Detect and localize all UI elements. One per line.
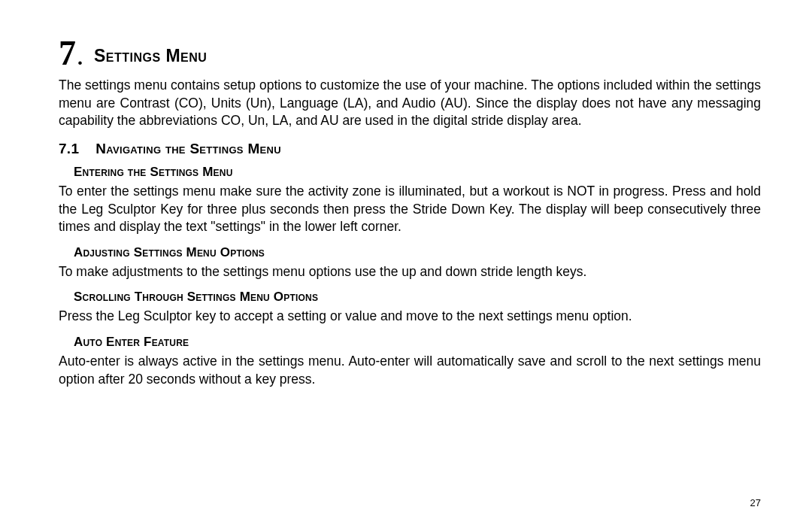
intro-paragraph: The settings menu contains setup options…	[59, 77, 761, 130]
section-heading: 7.1Navigating the Settings Menu	[59, 141, 761, 157]
document-page: 7. Settings Menu The settings menu conta…	[0, 0, 812, 525]
section-number: 7.1	[59, 141, 79, 156]
chapter-dot: .	[77, 46, 83, 69]
subheading-auto-enter: Auto Enter Feature	[74, 335, 761, 350]
subheading-entering: Entering the Settings Menu	[74, 165, 761, 180]
subheading-adjusting: Adjusting Settings Menu Options	[74, 245, 761, 260]
paragraph-scrolling: Press the Leg Sculptor key to accept a s…	[59, 308, 761, 326]
paragraph-adjusting: To make adjustments to the settings menu…	[59, 263, 761, 281]
chapter-number: 7	[59, 34, 76, 72]
chapter-title: Settings Menu	[94, 46, 208, 65]
paragraph-entering: To enter the settings menu make sure the…	[59, 183, 761, 236]
page-number: 27	[750, 497, 761, 508]
paragraph-auto-enter: Auto-enter is always active in the setti…	[59, 353, 761, 388]
chapter-heading: 7. Settings Menu	[59, 36, 761, 71]
subheading-scrolling: Scrolling Through Settings Menu Options	[74, 290, 761, 305]
section-title: Navigating the Settings Menu	[95, 141, 281, 156]
